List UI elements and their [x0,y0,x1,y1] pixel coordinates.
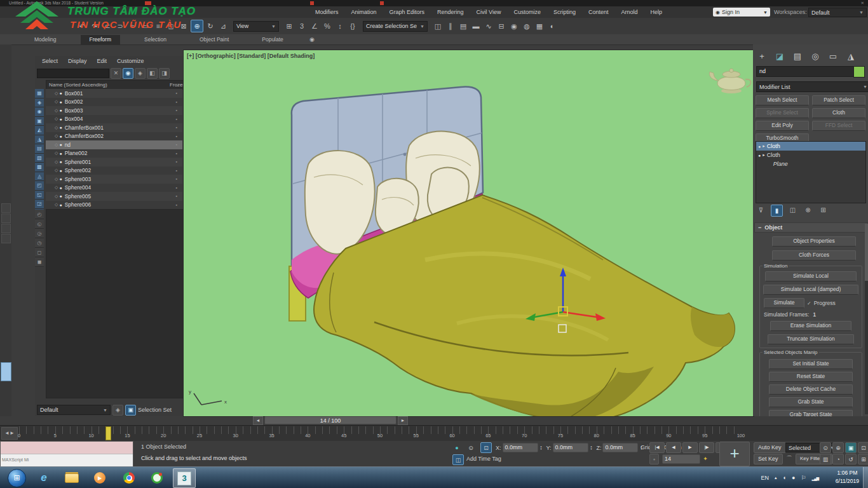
display-sets-icon[interactable]: ◲ [35,200,44,209]
show-desktop-button[interactable] [863,467,868,488]
network-icon[interactable]: ▂▄▆ [812,476,818,480]
menu-item[interactable]: Rendering [432,6,469,18]
clear-search-icon[interactable]: ✕ [111,68,121,79]
key-mode-toggle-icon[interactable]: ◦ [649,454,659,464]
spinner-snap-icon[interactable]: ↕ [334,20,346,32]
tool-pick-icon[interactable]: ◵ [35,219,44,229]
hierarchy-tab-icon[interactable]: ▤ [791,50,804,62]
render-setup-icon[interactable]: ◍ [521,20,532,32]
rotate-icon[interactable]: ↻ [205,20,216,32]
show-end-result-icon[interactable]: ▮ [771,205,783,217]
expand-icon[interactable]: ◇ [55,177,58,182]
pin-stack-icon[interactable]: ⊽ [756,205,766,215]
frozen-toggle-icon[interactable]: ▪ [176,134,177,139]
modifier-stack-row[interactable]: ● ▸ Cloth [756,151,865,159]
start-button[interactable]: ⊞ [8,469,26,487]
frozen-toggle-icon[interactable]: ▪ [176,151,177,156]
tool-filter-icon[interactable]: ◶ [35,229,44,238]
prev-frame-button[interactable]: ◄ [253,416,263,425]
scene-object-row[interactable]: ◇ ● ChamferBox001 ▪ [46,123,182,132]
action-center-icon[interactable]: ● [792,475,795,481]
ribbon-toggle-icon[interactable]: ▬ [470,20,482,32]
chrome-icon[interactable] [118,470,140,485]
selection-set-dropdown[interactable]: Create Selection Se▼ [363,21,428,32]
percent-snap-icon[interactable]: % [322,20,333,32]
menu-item[interactable]: Civil View [471,6,506,18]
modify-tab-icon[interactable]: ◪ [773,50,786,62]
use-center-icon[interactable]: ⊞ [283,20,295,32]
modifier-name[interactable]: Cloth [767,152,780,158]
viewport-label[interactable]: [+] [Orthographic] [Standard] [Default S… [187,53,315,59]
create-tab-icon[interactable]: + [756,50,768,62]
cloth-button[interactable]: Cloth Forces [772,250,856,261]
frozen-toggle-icon[interactable]: ▪ [176,194,177,198]
manip-button[interactable]: Set Initial State [769,359,853,369]
scene-object-row[interactable]: ◇ ● Sphere006 ▪ [46,201,182,210]
prev-frame-icon[interactable]: ◀ [666,442,681,453]
object-name[interactable]: Box002 [65,98,176,105]
utilities-tab-icon[interactable]: ◮ [844,50,857,62]
isolate-selection-icon[interactable]: ● [452,443,461,452]
flag-icon[interactable]: ⚐ [801,475,806,481]
scene-object-row[interactable]: ◇ ● Sphere005 ▪ [46,192,182,201]
display-shapes-icon[interactable]: ◈ [35,98,44,108]
scene-object-row[interactable]: ◇ ● Sphere002 ▪ [46,166,182,175]
link-icon[interactable]: ⊂ [102,20,113,32]
time-slider[interactable] [105,426,111,440]
progress-checkbox[interactable]: ✓ [807,301,811,306]
scene-object-row[interactable]: ◇ ● Box002 ▪ [46,98,182,107]
object-name[interactable]: Box001 [65,90,176,97]
bulb-icon[interactable]: ● [758,144,761,149]
tool-find-icon[interactable]: ◷ [35,238,44,248]
simulate-local-damped-button[interactable]: Simulate Local (damped) [763,285,858,295]
pick-parent-icon[interactable]: ◧ [147,68,158,79]
manip-button[interactable]: Delete Object Cache [769,384,853,395]
modifier-stack-row[interactable]: ● ▸ Plane [756,159,865,168]
tool-sync-icon[interactable]: ◴ [35,210,44,219]
modifier-button[interactable]: Cloth [812,108,865,118]
layer-manager-icon[interactable]: ▤ [458,20,469,32]
object-color-swatch[interactable] [853,66,865,78]
tool-collapse-icon[interactable]: ◼ [35,257,44,267]
explorer-column-headers[interactable]: Name (Sorted Ascending) Frozen [46,80,189,90]
window-close-icon[interactable]: ✕ [861,1,864,6]
workspaces-dropdown[interactable]: Default ▼ [808,8,867,17]
configure-modifier-sets-icon[interactable]: ⊞ [818,205,829,215]
explorer-menu-item[interactable]: Edit [93,56,112,66]
play-icon[interactable]: ▶ [682,442,698,453]
object-name[interactable]: Box004 [65,116,176,122]
frozen-toggle-icon[interactable]: ▪ [176,100,177,104]
menu-item[interactable]: Content [583,6,614,18]
modifier-name[interactable]: Plane [767,161,788,167]
maxscript-mini-listener[interactable]: MAXScript Mi [0,441,133,468]
object-name[interactable]: Sphere006 [65,201,176,208]
simulate-local-button[interactable]: Simulate Local [765,271,857,281]
rendered-frame-icon[interactable]: ▦ [534,20,545,32]
modifier-list-dropdown[interactable]: Modifier List ▼ [756,81,868,92]
motion-tab-icon[interactable]: ◎ [809,50,822,62]
crossing-icon[interactable]: ⊠ [178,20,189,32]
menu-item[interactable]: Scripting [548,6,581,18]
mini-listener-indicator[interactable] [1,362,11,381]
media-player-icon[interactable]: ▶ [89,470,111,485]
object-name[interactable]: Sphere005 [65,193,176,200]
explorer-menu-item[interactable]: Display [64,56,92,66]
frozen-toggle-icon[interactable]: ▪ [176,186,177,190]
schematic-view-icon[interactable]: ⊟ [496,20,507,32]
set-keys-big-button[interactable]: + [719,442,750,466]
frozen-toggle-icon[interactable]: ▪ [176,159,177,164]
zoom-all-icon[interactable]: ⊕ [832,442,844,453]
viewport[interactable]: [+] [Orthographic] [Standard] [Default S… [183,50,754,417]
truncate-simulation-button[interactable]: Truncate Simulation [768,334,854,344]
modifier-button[interactable]: FFD Select [812,121,865,131]
named-selection-icon[interactable]: {} [347,20,358,32]
explorer-preset-dropdown[interactable]: Default▼ [37,405,111,415]
object-name-field[interactable]: nd [756,66,854,77]
ribbon-tab[interactable]: Object Paint [191,35,238,44]
frozen-toggle-icon[interactable]: ▪ [176,168,177,173]
scale-icon[interactable]: ⊿ [217,20,229,32]
expand-icon[interactable]: ◇ [55,142,58,147]
unlink-icon[interactable]: ⊃ [114,20,126,32]
scene-object-row[interactable]: ◇ ● nd ▪ [46,140,182,149]
scene-object-row[interactable]: ◇ ● Box001 ▪ [46,89,182,98]
